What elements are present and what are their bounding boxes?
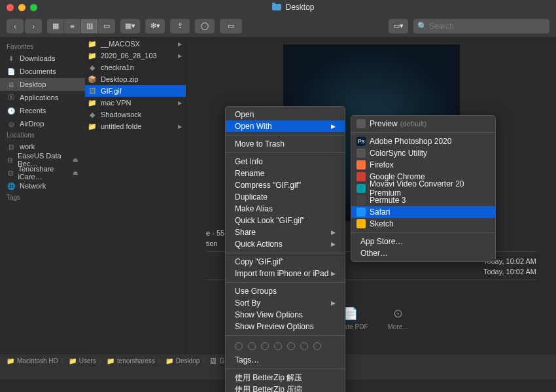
folder-icon: 📁 bbox=[88, 99, 97, 107]
menu-item-label: Show View Options bbox=[235, 310, 303, 319]
gif-icon: 🖼 bbox=[88, 87, 97, 95]
menu-item-app[interactable]: PsAdobe Photoshop 2020 bbox=[351, 135, 495, 147]
file-row[interactable]: 📁__MACOSX▶ bbox=[85, 38, 186, 50]
sidebar-item-label: Documents bbox=[20, 67, 56, 75]
menu-item[interactable]: Share▶ bbox=[226, 226, 345, 238]
menu-item[interactable]: Open bbox=[226, 109, 345, 120]
menu-item[interactable]: Quick Look "GIF.gif" bbox=[226, 215, 345, 226]
sidebar-item-label: Recents bbox=[20, 107, 46, 115]
main-content: 📁__MACOSX▶📁2020_06_28_103▶◆checkra1n📦Des… bbox=[85, 38, 556, 353]
menu-item-app[interactable]: ColorSync Utility bbox=[351, 147, 495, 159]
menu-item-label: Copy "GIF.gif" bbox=[235, 257, 284, 266]
submenu-arrow: ▶ bbox=[331, 123, 336, 130]
file-row[interactable]: 📁mac VPN▶ bbox=[85, 97, 186, 109]
menu-item[interactable]: App Store… bbox=[351, 236, 495, 247]
dropdown-button[interactable]: ▭▾ bbox=[389, 19, 408, 33]
menu-item[interactable]: Tags… bbox=[226, 354, 345, 366]
menu-item[interactable]: Rename bbox=[226, 168, 345, 179]
menu-item[interactable]: Duplicate bbox=[226, 191, 345, 203]
close-window[interactable] bbox=[7, 4, 14, 11]
sidebar-item-label: Applications bbox=[20, 94, 58, 101]
column-view[interactable]: ▥ bbox=[81, 19, 98, 33]
menu-item[interactable]: Copy "GIF.gif" bbox=[226, 256, 345, 268]
file-row[interactable]: 🖼GIF.gif bbox=[85, 85, 186, 97]
sidebar-item-tenorshare-icare-[interactable]: ⊟Tenorshare iCare…⏏ bbox=[0, 166, 85, 179]
eject-icon[interactable]: ⏏ bbox=[73, 156, 78, 163]
menu-item[interactable]: Get Info bbox=[226, 156, 345, 168]
path-segment[interactable]: Desktop bbox=[176, 357, 200, 365]
share-button[interactable]: ⇪ bbox=[170, 19, 190, 33]
eject-icon[interactable]: ⏏ bbox=[73, 169, 78, 176]
more-actions[interactable]: ⊙More… bbox=[388, 306, 409, 330]
tag-colors[interactable] bbox=[226, 338, 345, 354]
menu-item[interactable]: 使用 BetterZip 解压 bbox=[226, 372, 345, 383]
menu-item[interactable]: 使用 BetterZip 压缩 bbox=[226, 383, 345, 392]
sidebar-item-label: Network bbox=[20, 182, 46, 190]
menu-item-label: Quick Actions bbox=[235, 240, 283, 249]
search-input[interactable] bbox=[413, 19, 549, 33]
file-label: untitled folde bbox=[101, 122, 141, 130]
menu-item-label: Tags… bbox=[235, 355, 259, 365]
toolbar: ‹ › ▦ ≡ ▥ ▭ ▦▾ ✻▾ ⇪ ◯ ▭ ▭▾ 🔍 bbox=[0, 14, 556, 38]
sidebar-item-downloads[interactable]: ⬇Downloads bbox=[0, 52, 85, 65]
group-button[interactable]: ▦▾ bbox=[120, 19, 140, 33]
menu-item[interactable]: Sort By▶ bbox=[226, 297, 345, 309]
path-segment[interactable]: tenorsharess bbox=[117, 357, 155, 365]
more-icon: ⊙ bbox=[388, 306, 409, 321]
sidebar-item-applications[interactable]: ⒶApplications bbox=[0, 91, 85, 104]
sidebar-item-network[interactable]: 🌐Network bbox=[0, 179, 85, 192]
menu-item[interactable]: Import from iPhone or iPad▶ bbox=[226, 268, 345, 279]
menu-item[interactable]: Open With▶ bbox=[226, 120, 345, 132]
menu-item-app[interactable]: Permute 3 bbox=[351, 194, 495, 206]
menu-item-default-app[interactable]: Preview (default) bbox=[351, 118, 495, 130]
gallery-view[interactable]: ▭ bbox=[98, 19, 115, 33]
menu-item[interactable]: Other… bbox=[351, 247, 495, 259]
file-row[interactable]: 📦Desktop.zip bbox=[85, 73, 186, 85]
file-column: 📁__MACOSX▶📁2020_06_28_103▶◆checkra1n📦Des… bbox=[85, 38, 186, 353]
menu-item[interactable]: Show View Options bbox=[226, 309, 345, 321]
file-row[interactable]: ◆checkra1n bbox=[85, 62, 186, 73]
action-button[interactable]: ✻▾ bbox=[145, 19, 165, 33]
back-button[interactable]: ‹ bbox=[7, 19, 24, 33]
search-icon: 🔍 bbox=[417, 22, 427, 31]
menu-item-app[interactable]: Sketch bbox=[351, 218, 495, 230]
sidebar-item-label: Tenorshare iCare… bbox=[18, 165, 69, 181]
list-view[interactable]: ≡ bbox=[64, 19, 81, 33]
sidebar-item-desktop[interactable]: 🖥Desktop bbox=[0, 78, 85, 91]
sidebar-item-work[interactable]: ⊟work bbox=[0, 140, 85, 153]
app-icon bbox=[356, 149, 366, 158]
path-segment[interactable]: Macintosh HD bbox=[17, 357, 58, 365]
file-row[interactable]: 📁2020_06_28_103▶ bbox=[85, 50, 186, 62]
menu-item-app[interactable]: Firefox bbox=[351, 159, 495, 171]
disk-icon: ⊟ bbox=[7, 169, 14, 177]
titlebar: Desktop bbox=[0, 0, 556, 14]
app-icon bbox=[356, 119, 366, 128]
finder-window: Desktop ‹ › ▦ ≡ ▥ ▭ ▦▾ ✻▾ ⇪ ◯ ▭ ▭▾ 🔍 Fav… bbox=[0, 0, 556, 380]
menu-item[interactable]: Quick Actions▶ bbox=[226, 238, 345, 250]
sidebar-item-easeus-data-rec-[interactable]: ⊟EaseUS Data Rec…⏏ bbox=[0, 153, 85, 166]
minimize-window[interactable] bbox=[18, 4, 26, 11]
path-segment[interactable]: Users bbox=[79, 357, 96, 365]
menu-item-label: Show Preview Options bbox=[235, 322, 314, 331]
window-title-text: Desktop bbox=[285, 3, 314, 12]
menu-item[interactable]: Move to Trash bbox=[226, 138, 345, 150]
tags-button[interactable]: ◯ bbox=[195, 19, 215, 33]
menu-item-app[interactable]: Movavi Video Converter 20 Premium bbox=[351, 183, 495, 194]
sidebar-item-airdrop[interactable]: ◎AirDrop bbox=[0, 117, 85, 130]
file-row[interactable]: ◆Shadowsock bbox=[85, 109, 186, 120]
submenu-arrow: ▶ bbox=[331, 270, 336, 277]
file-label: Desktop.zip bbox=[101, 75, 138, 83]
zoom-window[interactable] bbox=[30, 4, 37, 11]
icon-view[interactable]: ▦ bbox=[47, 19, 64, 33]
menu-separator bbox=[226, 253, 345, 253]
menu-item-app[interactable]: Safari bbox=[351, 206, 495, 218]
menu-item[interactable]: Show Preview Options bbox=[226, 321, 345, 332]
menu-item[interactable]: Compress "GIF.gif" bbox=[226, 179, 345, 191]
sidebar-item-documents[interactable]: 📄Documents bbox=[0, 65, 85, 78]
menu-item[interactable]: Use Groups bbox=[226, 285, 345, 297]
quick-action-button[interactable]: ▭ bbox=[220, 19, 242, 33]
menu-item[interactable]: Make Alias bbox=[226, 203, 345, 215]
file-row[interactable]: 📁untitled folde▶ bbox=[85, 120, 186, 132]
forward-button[interactable]: › bbox=[25, 19, 42, 33]
sidebar-item-recents[interactable]: 🕒Recents bbox=[0, 104, 85, 117]
